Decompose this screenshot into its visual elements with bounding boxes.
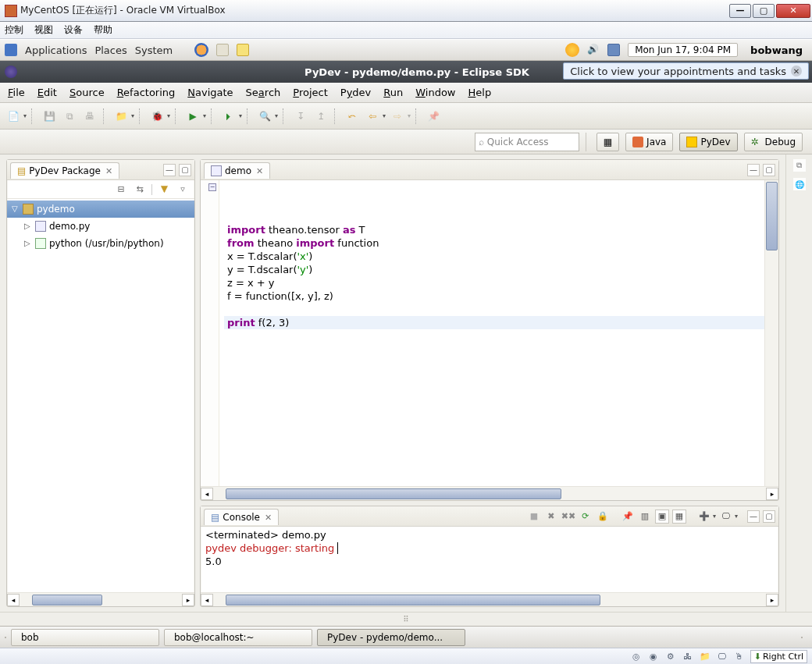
console-tab-close-icon[interactable]: ✕ [265, 513, 272, 523]
outline-view-icon[interactable]: 🌐 [793, 178, 806, 190]
menu-window[interactable]: Window [415, 87, 455, 98]
code-line[interactable]: f = function([x, y], z) [224, 289, 764, 303]
console-clear-icon[interactable]: ⟳ [579, 510, 593, 524]
new-project-button[interactable]: 📁 [112, 108, 130, 125]
vb-host-key[interactable]: ⬇ Right Ctrl [750, 650, 807, 663]
view-minimize-button[interactable]: — [163, 164, 176, 176]
taskbar-item-eclipse[interactable]: PyDev - pydemo/demo... [317, 629, 465, 646]
appointments-close-icon[interactable]: ✕ [791, 66, 802, 76]
link-editor-icon[interactable]: ⇆ [133, 183, 147, 197]
hscroll-right-icon[interactable]: ▸ [182, 594, 194, 606]
perspective-java[interactable]: Java [625, 133, 673, 151]
menu-project[interactable]: Project [293, 87, 328, 98]
system-menu-icon[interactable] [5, 44, 17, 56]
nautilus-launcher-icon[interactable] [216, 44, 229, 56]
console-scroll-lock-icon[interactable]: 🔒 [596, 510, 610, 524]
menu-run[interactable]: Run [383, 87, 403, 98]
hscroll-left-icon[interactable]: ◂ [201, 594, 213, 606]
code-line[interactable]: from theano import function [224, 236, 764, 250]
console-show-console-icon[interactable]: ▥ [638, 510, 652, 524]
vb-menu-view[interactable]: 视图 [34, 23, 53, 37]
menu-edit[interactable]: Edit [37, 87, 57, 98]
show-desktop-icon[interactable] [5, 637, 6, 638]
weather-icon[interactable] [565, 43, 579, 57]
vb-network-icon[interactable]: 🖧 [682, 651, 694, 663]
last-edit-button[interactable]: ⤺ [344, 108, 361, 125]
close-button[interactable]: ✕ [776, 4, 810, 18]
console-output[interactable]: <terminated> demo.py pydev debugger: sta… [201, 527, 778, 592]
vb-usb-icon[interactable]: ⚙ [664, 651, 677, 663]
filter-icon[interactable]: ⯆ [157, 183, 171, 197]
console-remove-icon[interactable]: ✖ [544, 510, 558, 524]
view-menu-icon[interactable]: ▿ [176, 183, 190, 197]
vb-display-icon[interactable]: 🖵 [716, 651, 728, 663]
firefox-launcher-icon[interactable] [194, 43, 208, 57]
package-explorer-hscrollbar[interactable]: ◂ ▸ [7, 592, 194, 606]
tree-item-demo[interactable]: ▷ demo.py [7, 218, 194, 235]
editor-maximize-button[interactable]: ▢ [763, 164, 775, 176]
save-all-button[interactable]: ⧉ [61, 108, 78, 125]
editor-vscrollbar[interactable] [764, 180, 778, 486]
run-button[interactable]: ▶ [184, 108, 201, 125]
hscroll-left-icon[interactable]: ◂ [7, 594, 20, 606]
package-explorer-tree[interactable]: ▽ pydemo ▷ demo.py ▷ python (/usr/bin/py… [7, 199, 194, 592]
console-display-icon[interactable]: 🖵 [719, 510, 733, 524]
taskbar-item-terminal[interactable]: bob@localhost:~ [164, 629, 312, 646]
console-minimize-button[interactable]: — [747, 510, 760, 523]
code-line[interactable]: print f(2, 3) [224, 316, 764, 329]
save-button[interactable]: 💾 [41, 108, 58, 125]
maximize-button[interactable]: ▢ [753, 4, 775, 18]
places-menu[interactable]: Places [94, 44, 126, 56]
menu-navigate[interactable]: Navigate [187, 87, 233, 98]
code-line[interactable] [224, 303, 764, 316]
hscroll-right-icon[interactable]: ▸ [766, 594, 778, 606]
user-menu[interactable]: bobwang [750, 44, 803, 56]
menu-search[interactable]: Search [246, 87, 281, 98]
package-explorer-tab[interactable]: ▤ PyDev Package ✕ [10, 162, 119, 179]
workspace-switcher-icon[interactable] [801, 637, 803, 638]
menu-refactoring[interactable]: Refactoring [117, 87, 176, 98]
editor-minimize-button[interactable]: — [747, 164, 760, 176]
code-line[interactable]: x = T.dscalar('x') [224, 250, 764, 263]
restore-view-icon[interactable]: ⧉ [793, 159, 806, 172]
console-terminate-icon[interactable]: ■ [527, 510, 541, 524]
pin-button[interactable]: 📌 [425, 108, 442, 125]
print-button[interactable]: 🖶 [81, 108, 98, 125]
new-button[interactable]: 📄 [5, 108, 22, 125]
view-maximize-button[interactable]: ▢ [179, 164, 191, 176]
vb-menu-devices[interactable]: 设备 [64, 23, 83, 37]
vscroll-thumb[interactable] [766, 182, 778, 250]
code-line[interactable]: import theano.tensor as T [224, 223, 764, 236]
applications-menu[interactable]: Applications [25, 44, 87, 56]
hscroll-right-icon[interactable]: ▸ [766, 488, 778, 500]
console-pin-icon[interactable]: 📌 [621, 510, 635, 524]
vb-menu-control[interactable]: 控制 [5, 23, 23, 37]
collapse-all-icon[interactable]: ⊟ [114, 183, 128, 197]
vb-menu-help[interactable]: 帮助 [94, 23, 112, 37]
tree-project-pydemo[interactable]: ▽ pydemo [7, 201, 194, 218]
hscroll-thumb[interactable] [32, 595, 102, 605]
vb-shared-folder-icon[interactable]: 📁 [699, 651, 711, 663]
back-button[interactable]: ⇦ [364, 108, 381, 125]
taskbar-item-bob[interactable]: bob [11, 629, 159, 646]
prev-annotation-button[interactable]: ↥ [312, 108, 329, 125]
menu-help[interactable]: Help [468, 87, 492, 98]
appointments-banner[interactable]: Click to view your appointments and task… [563, 62, 809, 80]
console-open-console-icon[interactable]: ▣ [655, 510, 669, 524]
open-perspective-button[interactable]: ▦ [597, 133, 619, 151]
perspective-debug[interactable]: ✲Debug [744, 133, 803, 151]
hscroll-thumb[interactable] [226, 488, 561, 499]
hscroll-thumb[interactable] [226, 595, 600, 605]
editor-gutter[interactable] [201, 180, 219, 486]
debug-button[interactable]: 🐞 [148, 108, 166, 125]
editor-hscrollbar[interactable]: ◂ ▸ [201, 486, 778, 500]
next-annotation-button[interactable]: ↧ [292, 108, 309, 125]
menu-source[interactable]: Source [69, 87, 105, 98]
forward-button[interactable]: ⇨ [389, 108, 406, 125]
code-editor[interactable]: − import theano.tensor as Tfrom theano i… [219, 180, 764, 486]
menu-pydev[interactable]: Pydev [340, 87, 372, 98]
code-line[interactable]: y = T.dscalar('y') [224, 263, 764, 276]
fold-collapse-icon[interactable]: − [208, 183, 216, 191]
menu-file[interactable]: File [8, 87, 25, 98]
console-hscrollbar[interactable]: ◂ ▸ [201, 592, 778, 606]
